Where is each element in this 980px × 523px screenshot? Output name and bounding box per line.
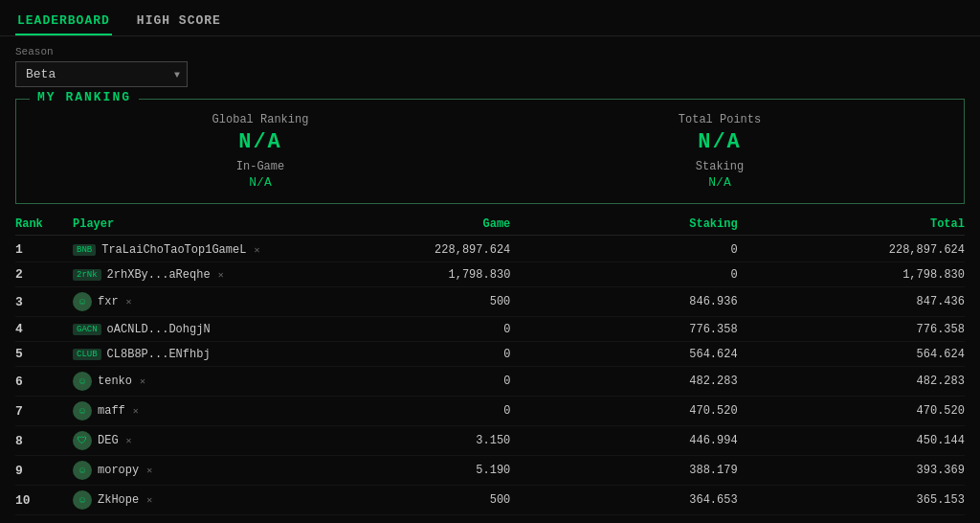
game-cell: 3.150 [283,434,510,447]
player-name: CL8B8P...ENfhbj [107,348,211,361]
player-name: DEG [98,434,119,447]
player-name: tenko [98,375,132,388]
leaderboard-table: Rank Player Game Staking Total 1BNBTraLa… [15,214,965,515]
player-cell: GACNoACNLD...DohgjN [73,323,283,336]
table-row: 3☺fxr✕500846.936847.436 [15,287,965,317]
table-row: 7☺maff✕0470.520470.520 [15,397,965,426]
player-avatar: ☺ [73,461,92,480]
staking-cell: 846.936 [510,295,737,308]
total-cell: 228,897.624 [738,243,965,257]
in-game-label: In-Game [35,160,485,173]
player-avatar: ☺ [73,292,92,311]
staking-value: N/A [495,175,945,190]
player-name: oACNLD...DohgjN [107,323,211,336]
close-icon[interactable]: ✕ [146,465,152,476]
player-badge: BNB [73,244,96,256]
table-row: 4GACNoACNLD...DohgjN0776.358776.358 [15,317,965,342]
staking-cell: 470.520 [510,404,737,418]
total-points-value: N/A [495,130,945,154]
total-points-col: Total Points N/A Staking N/A [495,113,945,190]
total-cell: 776.358 [738,323,965,336]
player-cell: ☺moropy✕ [73,461,283,480]
total-cell: 393.369 [738,464,965,477]
total-cell: 365.153 [738,493,965,507]
close-icon[interactable]: ✕ [254,244,259,256]
in-game-value: N/A [35,175,485,190]
rank-cell: 2 [15,267,73,282]
player-avatar: ☺ [73,490,92,510]
player-name: maff [98,404,125,418]
player-badge: 2rNk [73,269,101,281]
season-section: Season Beta Alpha Season 1 [0,36,980,93]
game-cell: 0 [283,323,510,336]
game-cell: 0 [283,375,510,388]
table-row: 8🛡DEG✕3.150446.994450.144 [15,426,965,456]
close-icon[interactable]: ✕ [126,296,132,307]
season-select[interactable]: Beta Alpha Season 1 [15,61,188,87]
staking-cell: 0 [510,243,737,257]
table-row: 22rNk2rhXBy...aReqhe✕1,798.83001,798.830 [15,262,965,287]
my-ranking-box: MY RANKING Global Ranking N/A In-Game N/… [15,99,965,204]
close-icon[interactable]: ✕ [140,375,145,387]
game-cell: 500 [283,493,510,507]
player-cell: 🛡DEG✕ [73,431,283,450]
game-cell: 5.190 [283,464,510,477]
close-icon[interactable]: ✕ [146,494,152,506]
game-cell: 0 [283,404,510,418]
player-avatar: ☺ [73,372,92,391]
player-cell: ☺tenko✕ [73,372,283,391]
th-player: Player [73,217,283,231]
staking-cell: 482.283 [510,375,737,388]
staking-cell: 446.994 [510,434,737,447]
rank-cell: 1 [15,242,73,257]
global-ranking-col: Global Ranking N/A In-Game N/A [35,113,485,190]
rank-cell: 4 [15,322,73,336]
total-cell: 450.144 [738,434,965,447]
close-icon[interactable]: ✕ [133,405,139,417]
rank-cell: 10 [15,493,73,508]
game-cell: 500 [283,295,510,308]
player-cell: CLUBCL8B8P...ENfhbj [73,348,283,361]
game-cell: 228,897.624 [283,243,510,257]
th-total: Total [738,217,965,231]
table-body: 1BNBTraLaiChoTaoTop1GameL✕228,897.624022… [15,238,965,515]
total-cell: 470.520 [738,404,965,418]
staking-cell: 388.179 [510,464,737,477]
game-cell: 0 [283,348,510,361]
close-icon[interactable]: ✕ [126,435,132,446]
total-points-label: Total Points [495,113,945,126]
player-badge: GACN [73,324,101,335]
staking-cell: 0 [510,268,737,282]
global-ranking-label: Global Ranking [35,113,485,126]
staking-label: Staking [495,160,945,173]
th-rank: Rank [15,217,73,231]
close-icon[interactable]: ✕ [218,269,224,281]
player-cell: ☺ZkHope✕ [73,490,283,510]
table-row: 10☺ZkHope✕500364.653365.153 [15,486,965,515]
game-cell: 1,798.830 [283,268,510,282]
player-avatar: ☺ [73,401,92,421]
season-wrapper: Beta Alpha Season 1 [15,61,188,87]
staking-cell: 564.624 [510,348,737,361]
player-avatar: 🛡 [73,431,92,450]
total-cell: 1,798.830 [738,268,965,282]
player-cell: BNBTraLaiChoTaoTop1GameL✕ [73,243,283,257]
my-ranking-title: MY RANKING [30,90,139,104]
table-row: 5CLUBCL8B8P...ENfhbj0564.624564.624 [15,342,965,367]
rank-cell: 3 [15,295,73,309]
table-row: 9☺moropy✕5.190388.179393.369 [15,456,965,486]
season-label: Season [15,46,965,57]
player-cell: ☺fxr✕ [73,292,283,311]
rank-cell: 7 [15,404,73,419]
rank-cell: 9 [15,464,73,478]
player-name: fxr [98,295,119,308]
total-cell: 564.624 [738,348,965,361]
tab-leaderboard[interactable]: LEADERBOARD [15,8,112,35]
player-name: ZkHope [98,493,139,507]
tabs-bar: LEADERBOARD HIGH SCORE [0,0,980,36]
player-name: 2rhXBy...aReqhe [107,268,211,282]
th-staking: Staking [510,217,737,231]
table-row: 1BNBTraLaiChoTaoTop1GameL✕228,897.624022… [15,238,965,262]
staking-cell: 364.653 [510,493,737,507]
tab-high-score[interactable]: HIGH SCORE [135,8,223,35]
